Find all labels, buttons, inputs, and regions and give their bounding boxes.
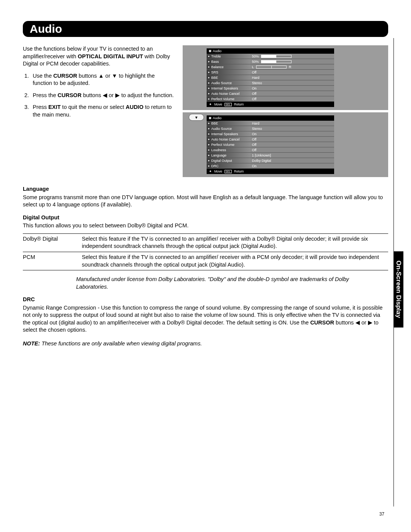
triangle-right-icon: ▸ bbox=[208, 92, 210, 95]
osd-label: ▸BBE bbox=[207, 121, 250, 126]
triangle-right-icon: ▸ bbox=[208, 70, 210, 74]
steps-list: Use the CURSOR buttons ▲ or ▼ to highlig… bbox=[30, 72, 175, 119]
final-note: NOTE: These functions are only available… bbox=[23, 340, 388, 348]
osd-footer: ✦Move SELReturn bbox=[207, 169, 334, 174]
osd-label: ▸Digital Output bbox=[207, 158, 250, 163]
table-row: Dolby® Digital Select this feature if th… bbox=[23, 233, 388, 252]
step-1: Use the CURSOR buttons ▲ or ▼ to highlig… bbox=[30, 72, 175, 87]
page-title: Audio bbox=[30, 22, 62, 35]
cell-value: Select this feature if the TV is connect… bbox=[82, 233, 388, 252]
osd-screenshot-2: ▼ Audio ▸BBEHard▸Audio SourceStereo▸Inte… bbox=[183, 112, 388, 177]
osd-value-text: Stereo bbox=[252, 127, 262, 131]
osd-value-text: Off bbox=[252, 137, 256, 141]
osd-row: ▸Language1 [Unknown] bbox=[207, 153, 334, 158]
osd-value-text: Hard bbox=[252, 121, 260, 125]
triangle-right-icon: ▸ bbox=[208, 127, 210, 130]
square-icon bbox=[209, 50, 211, 52]
osd-row: ▸Internal SpeakersOn bbox=[207, 131, 334, 137]
osd-value: Off bbox=[250, 70, 334, 75]
chevron-down-icon: ▼ bbox=[194, 115, 198, 120]
osd-value: Off bbox=[250, 96, 334, 102]
osd-label-text: Balance bbox=[211, 65, 224, 69]
foot-return: Return bbox=[234, 102, 244, 106]
osd-row: ▸BBEHard bbox=[207, 75, 334, 80]
osd-value: 50% bbox=[250, 59, 334, 64]
osd-value: Off bbox=[250, 91, 334, 96]
triangle-right-icon: ▸ bbox=[208, 148, 210, 152]
osd-value: 50% bbox=[250, 54, 334, 59]
osd-label-text: Audio Source bbox=[211, 81, 232, 85]
osd-row: ▸Audio SourceStereo bbox=[207, 80, 334, 86]
text-bold: EXIT bbox=[48, 104, 61, 110]
osd-row: ▸Internal SpeakersOn bbox=[207, 86, 334, 91]
osd-value: LR bbox=[250, 64, 334, 70]
language-text: Some programs transmit more than one DTV… bbox=[23, 194, 388, 209]
triangle-right-icon: ▸ bbox=[208, 81, 210, 85]
level-bar bbox=[261, 55, 292, 58]
osd-column: Audio ▸Treble50%▸Bass50%▸BalanceLR▸SRSOf… bbox=[183, 45, 388, 179]
triangle-right-icon: ▸ bbox=[208, 153, 210, 157]
diamond-icon: ✦ bbox=[209, 102, 212, 106]
page: Audio Use the functions below if your TV… bbox=[0, 0, 411, 532]
diamond-icon: ✦ bbox=[209, 169, 212, 173]
text: buttons ◀ or ▶ to adjust the function. bbox=[81, 92, 174, 98]
osd-value-text: On bbox=[252, 132, 256, 136]
osd-label: ▸Internal Speakers bbox=[207, 131, 250, 137]
page-number: 37 bbox=[379, 511, 384, 517]
osd-label-text: Auto Noise Cancel bbox=[211, 92, 240, 96]
digital-output-heading: Digital Output bbox=[23, 214, 388, 222]
digital-output-table: Dolby® Digital Select this feature if th… bbox=[23, 233, 388, 270]
balance-bar bbox=[256, 66, 287, 69]
triangle-right-icon: ▸ bbox=[208, 137, 210, 141]
triangle-right-icon: ▸ bbox=[208, 86, 210, 90]
osd-value-text: Off bbox=[252, 92, 256, 96]
section-tab-label: On-Screen Display bbox=[395, 260, 402, 318]
osd-value: Hard bbox=[250, 75, 334, 80]
osd-value: 1 [Unknown] bbox=[250, 153, 334, 158]
osd-row: ▸DRCOn bbox=[207, 163, 334, 169]
triangle-right-icon: ▸ bbox=[208, 164, 210, 168]
balance-left: L bbox=[252, 65, 254, 69]
step-2: Press the CURSOR buttons ◀ or ▶ to adjus… bbox=[30, 92, 175, 99]
osd-value-text: Stereo bbox=[252, 81, 262, 85]
osd-label: ▸Loudness bbox=[207, 147, 250, 153]
text-bold: CURSOR bbox=[57, 92, 81, 98]
intro-paragraph: Use the functions below if your TV is co… bbox=[23, 45, 175, 68]
osd-value-text: On bbox=[252, 86, 256, 90]
language-heading: Language bbox=[23, 185, 388, 193]
osd-value: On bbox=[250, 131, 334, 137]
two-column-area: Use the functions below if your TV is co… bbox=[23, 45, 388, 179]
osd-label-text: DRC bbox=[211, 164, 219, 168]
osd-row: ▸Digital OutputDolby Digital bbox=[207, 158, 334, 163]
osd-label: ▸Perfect Volume bbox=[207, 142, 250, 147]
balance-right: R bbox=[289, 65, 292, 69]
osd-row: ▸BalanceLR bbox=[207, 64, 334, 70]
osd-label: ▸Bass bbox=[207, 59, 250, 64]
osd-label: ▸Auto Noise Cancel bbox=[207, 91, 250, 96]
foot-move: Move bbox=[214, 169, 222, 173]
osd-label: ▸Balance bbox=[207, 64, 250, 70]
osd-value: On bbox=[250, 86, 334, 91]
osd-label: ▸Auto Noise Cancel bbox=[207, 137, 250, 142]
osd-value: Dolby Digital bbox=[250, 158, 334, 163]
osd-panel: Audio ▸Treble50%▸Bass50%▸BalanceLR▸SRSOf… bbox=[207, 48, 334, 107]
osd-label-text: BBE bbox=[211, 121, 218, 125]
osd-label-text: Perfect Volume bbox=[211, 97, 234, 101]
osd-row: ▸Audio SourceStereo bbox=[207, 126, 334, 131]
triangle-right-icon: ▸ bbox=[208, 76, 210, 79]
triangle-right-icon: ▸ bbox=[208, 54, 210, 58]
osd-value-text: Off bbox=[252, 143, 256, 147]
osd-label: ▸Internal Speakers bbox=[207, 86, 250, 91]
osd-screenshot-1: Audio ▸Treble50%▸Bass50%▸BalanceLR▸SRSOf… bbox=[183, 45, 388, 110]
osd-label-text: Auto Noise Cancel bbox=[211, 137, 240, 141]
osd-value: Stereo bbox=[250, 80, 334, 86]
cell-key: PCM bbox=[23, 252, 82, 270]
osd-label-text: Internal Speakers bbox=[211, 132, 238, 136]
triangle-right-icon: ▸ bbox=[208, 65, 210, 69]
text: to quit the menu or select bbox=[61, 104, 126, 110]
osd-row: ▸Treble50% bbox=[207, 54, 334, 59]
osd-value-text: Off bbox=[252, 70, 256, 74]
osd-label: ▸Audio Source bbox=[207, 80, 250, 86]
osd-row: ▸Auto Noise CancelOff bbox=[207, 91, 334, 96]
osd-label-text: Language bbox=[211, 153, 226, 157]
